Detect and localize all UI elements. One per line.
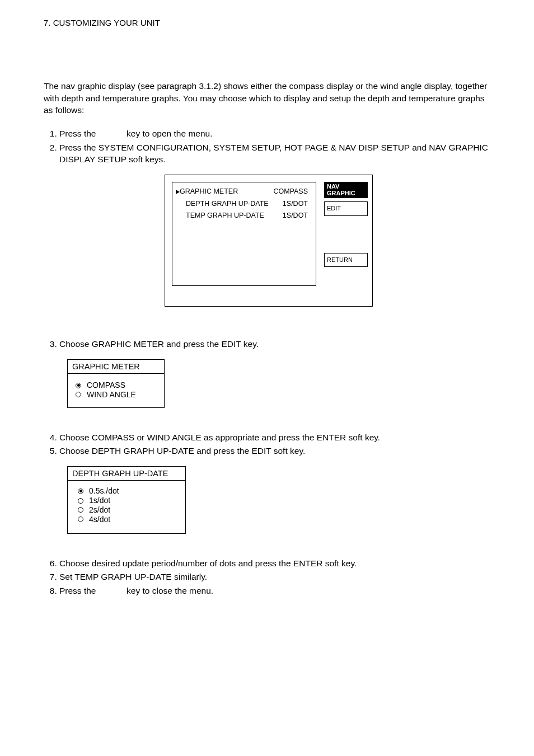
step-1: Press the key to open the menu. <box>59 128 494 140</box>
graphic-meter-box-body: COMPASS WIND ANGLE <box>68 374 164 407</box>
radio-empty-icon <box>78 516 83 522</box>
menu-row-2-label: TEMP GRAPH UP-DATE <box>186 211 264 221</box>
menu-row-1[interactable]: DEPTH GRAPH UP-DATE 1S/DOT <box>176 199 311 209</box>
dg-option-0[interactable]: 0.5s./dot <box>78 486 177 496</box>
step-8: Press the key to close the menu. <box>59 585 494 597</box>
menu-row-0-value: COMPASS <box>273 187 311 197</box>
steps-top-list: Press the key to open the menu. Press th… <box>44 128 494 166</box>
step-2-text: Press the SYSTEM CONFIGURATION, SYSTEM S… <box>59 143 488 165</box>
radio-filled-icon <box>78 489 83 494</box>
step-1-post: key to open the menu. <box>124 129 213 138</box>
section-header: 7. CUSTOMIZING YOUR UNIT <box>44 17 494 29</box>
dg-option-0-label: 0.5s./dot <box>89 486 119 496</box>
menu-row-2[interactable]: TEMP GRAPH UP-DATE 1S/DOT <box>176 211 311 221</box>
dg-option-1-label: 1s/dot <box>89 496 110 505</box>
graphic-meter-box-title: GRAPHIC METER <box>68 360 164 374</box>
step-3: Choose GRAPHIC METER and press the EDIT … <box>59 338 494 350</box>
page: 7. CUSTOMIZING YOUR UNIT The nav graphic… <box>0 0 534 756</box>
edit-softkey[interactable]: EDIT <box>324 201 368 215</box>
menu-row-0-label-text: GRAPHIC METER <box>180 187 238 195</box>
menu-content-pane: GRAPHIC METER COMPASS DEPTH GRAPH UP-DAT… <box>172 182 316 286</box>
return-softkey[interactable]: RETURN <box>324 253 368 267</box>
menu-window: GRAPHIC METER COMPASS DEPTH GRAPH UP-DAT… <box>165 175 373 307</box>
dg-option-3[interactable]: 4s/dot <box>78 515 177 524</box>
step-4: Choose COMPASS or WIND ANGLE as appropri… <box>59 431 494 444</box>
radio-filled-icon <box>76 383 81 388</box>
radio-empty-icon <box>78 507 83 513</box>
gm-option-compass-label: COMPASS <box>87 381 125 390</box>
graphic-meter-box: GRAPHIC METER COMPASS WIND ANGLE <box>67 359 165 408</box>
menu-row-2-value: 1S/DOT <box>283 211 311 221</box>
sidebar-bottom-spacer <box>324 267 368 286</box>
steps-6-8-list: Choose desired update period/number of d… <box>44 557 494 597</box>
radio-empty-icon <box>76 392 81 397</box>
step-2: Press the SYSTEM CONFIGURATION, SYSTEM S… <box>59 142 494 166</box>
depth-graph-box-title: DEPTH GRAPH UP-DATE <box>68 467 185 481</box>
menu-row-1-label: DEPTH GRAPH UP-DATE <box>186 199 269 209</box>
dg-option-1[interactable]: 1s/dot <box>78 496 177 505</box>
gm-option-windangle[interactable]: WIND ANGLE <box>76 390 156 400</box>
step-6: Choose desired update period/number of d… <box>59 557 494 570</box>
depth-graph-box: DEPTH GRAPH UP-DATE 0.5s./dot 1s/dot 2s/… <box>67 466 186 533</box>
dg-option-2-label: 2s/dot <box>89 505 110 515</box>
menu-sidebar: NAV GRAPHIC EDIT RETURN <box>324 182 368 286</box>
pointer-icon <box>176 190 180 194</box>
menu-row-0[interactable]: GRAPHIC METER COMPASS <box>176 187 311 197</box>
intro-paragraph: The nav graphic display (see paragraph 3… <box>44 80 494 116</box>
dg-option-2[interactable]: 2s/dot <box>78 505 177 515</box>
menu-row-0-label: GRAPHIC METER <box>176 187 238 197</box>
dg-option-3-label: 4s/dot <box>89 515 110 524</box>
depth-graph-box-body: 0.5s./dot 1s/dot 2s/dot 4s/dot <box>68 481 185 533</box>
steps-4-5-list: Choose COMPASS or WIND ANGLE as appropri… <box>44 431 494 457</box>
step-1-pre: Press the <box>59 129 99 138</box>
step-5: Choose DEPTH GRAPH UP-DATE and press the… <box>59 445 494 457</box>
sidebar-title: NAV GRAPHIC <box>324 182 368 198</box>
radio-empty-icon <box>78 498 83 504</box>
step-7: Set TEMP GRAPH UP-DATE similarly. <box>59 571 494 583</box>
sidebar-title-line2: GRAPHIC <box>327 190 355 196</box>
step-8-pre: Press the <box>59 586 99 595</box>
step-8-post: key to close the menu. <box>124 586 213 595</box>
menu-diagram-wrapper: GRAPHIC METER COMPASS DEPTH GRAPH UP-DAT… <box>44 175 494 307</box>
sidebar-spacer <box>324 216 368 253</box>
menu-row-1-value: 1S/DOT <box>283 199 311 209</box>
gm-option-compass[interactable]: COMPASS <box>76 381 156 390</box>
gm-option-windangle-label: WIND ANGLE <box>87 390 136 400</box>
steps-mid-list: Choose GRAPHIC METER and press the EDIT … <box>44 338 494 350</box>
sidebar-title-line1: NAV <box>327 183 339 190</box>
